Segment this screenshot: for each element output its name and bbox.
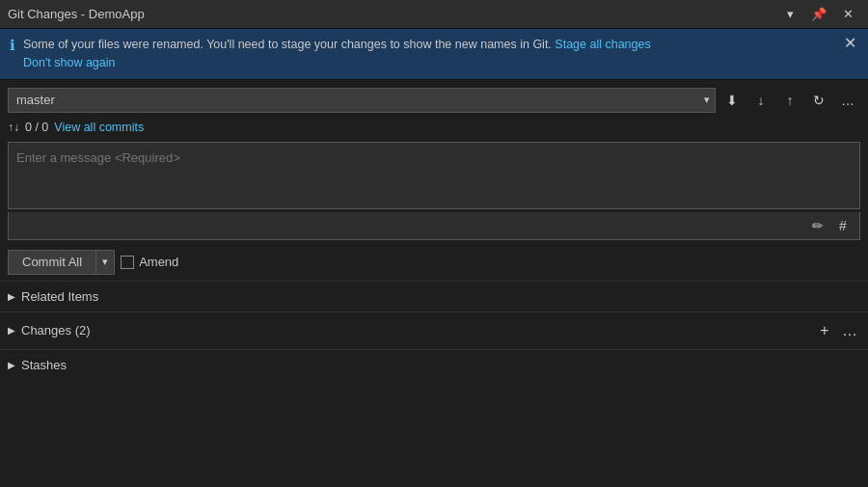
section-title-changes: Changes (2) <box>21 323 814 338</box>
stage-all-link[interactable]: Stage all changes <box>555 38 650 51</box>
commits-count: 0 / 0 <box>25 121 48 134</box>
commits-arrows: ↑↓ <box>8 121 19 134</box>
hash-button[interactable]: # <box>831 215 854 236</box>
amend-text: Amend <box>139 255 178 269</box>
pin-button[interactable]: 📌 <box>806 4 831 25</box>
close-button[interactable]: ✕ <box>835 4 860 25</box>
title-bar: Git Changes - DemoApp ▾ 📌 ✕ <box>0 0 868 29</box>
dont-show-link[interactable]: Don't show again <box>23 54 834 72</box>
section-stashes: ▶Stashes <box>0 349 868 380</box>
amend-label[interactable]: Amend <box>121 255 178 269</box>
section-changes: ▶Changes (2)+… <box>0 311 868 349</box>
commit-dropdown-button[interactable]: ▾ <box>95 250 115 275</box>
section-header-changes[interactable]: ▶Changes (2)+… <box>0 312 868 349</box>
section-header-related-items[interactable]: ▶Related Items <box>0 282 868 311</box>
commit-message-input[interactable] <box>8 142 860 209</box>
push-button[interactable]: ↑ <box>777 88 802 113</box>
commit-btn-group: Commit All ▾ <box>8 250 115 275</box>
branch-area: master ▾ ⬇ ↓ ↑ ↻ … <box>0 80 868 117</box>
fetch-button[interactable]: ⬇ <box>719 88 745 113</box>
more-button[interactable]: … <box>835 88 860 113</box>
window-controls: ▾ 📌 ✕ <box>777 4 860 25</box>
chevron-icon-changes: ▶ <box>8 325 15 336</box>
action-area: Commit All ▾ Amend <box>0 244 868 281</box>
section-title-stashes: Stashes <box>21 358 860 372</box>
chevron-icon-related-items: ▶ <box>8 291 15 302</box>
section-add-button-changes[interactable]: + <box>814 320 835 341</box>
commits-line: ↑↓ 0 / 0 View all commits <box>0 117 868 138</box>
message-area: ✏ # <box>8 142 860 240</box>
dropdown-button[interactable]: ▾ <box>777 4 802 25</box>
section-related-items: ▶Related Items <box>0 281 868 311</box>
info-icon: ℹ <box>10 37 15 54</box>
section-header-stashes[interactable]: ▶Stashes <box>0 350 868 380</box>
window-title: Git Changes - DemoApp <box>8 7 145 21</box>
view-all-commits-link[interactable]: View all commits <box>54 121 144 134</box>
branch-dropdown-wrap: master ▾ <box>8 88 716 113</box>
chevron-icon-stashes: ▶ <box>8 360 15 370</box>
pull-button[interactable]: ↓ <box>748 88 773 113</box>
message-toolbar: ✏ # <box>8 212 860 240</box>
sync-button[interactable]: ↻ <box>806 88 831 113</box>
banner-close-button[interactable]: ✕ <box>842 36 858 51</box>
sections-container: ▶Related Items▶Changes (2)+…▶Stashes <box>0 281 868 380</box>
amend-checkbox[interactable] <box>121 256 134 269</box>
edit-message-button[interactable]: ✏ <box>806 215 829 236</box>
section-title-related-items: Related Items <box>21 289 860 304</box>
info-banner: ℹ Some of your files were renamed. You'l… <box>0 29 868 80</box>
section-actions-changes: +… <box>814 320 860 341</box>
commit-all-button[interactable]: Commit All <box>8 250 95 275</box>
banner-text: Some of your files were renamed. You'll … <box>23 36 834 72</box>
branch-select[interactable]: master <box>8 88 716 113</box>
section-more-button-changes[interactable]: … <box>839 320 860 341</box>
